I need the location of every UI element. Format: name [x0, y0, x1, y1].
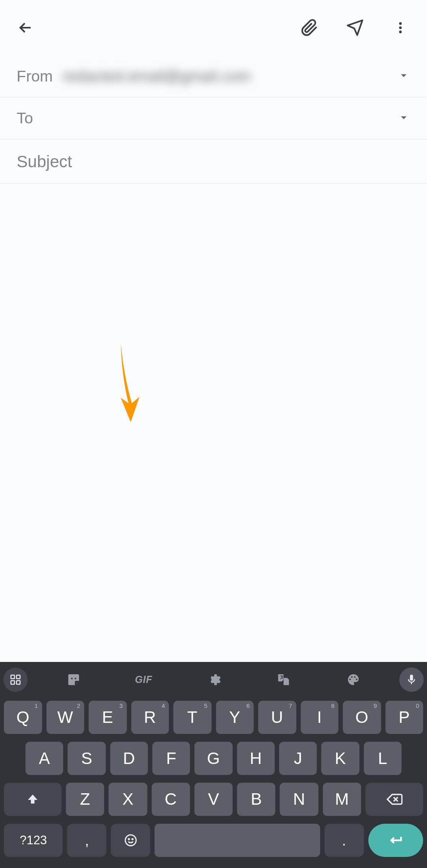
svg-text:文: 文 [280, 675, 284, 679]
key-z[interactable]: Z [66, 783, 104, 816]
chevron-down-icon [397, 110, 410, 124]
key-i[interactable]: I8 [300, 701, 338, 734]
key-t[interactable]: T5 [173, 701, 211, 734]
app-bar [0, 0, 427, 55]
key-c[interactable]: C [151, 783, 190, 816]
key-w[interactable]: W2 [46, 701, 84, 734]
attachment-icon [301, 19, 319, 37]
key-n[interactable]: N [280, 783, 318, 816]
key-o[interactable]: O9 [343, 701, 381, 734]
key-j[interactable]: J [279, 742, 317, 775]
more-options-button[interactable] [384, 11, 417, 44]
to-field: To [0, 98, 427, 140]
palette-icon [346, 673, 360, 687]
comma-key[interactable]: , [67, 824, 106, 857]
send-button[interactable] [338, 11, 372, 44]
svg-point-2 [399, 30, 402, 33]
keyboard-toolbar: GIF 文 [0, 665, 427, 694]
key-l[interactable]: L [364, 742, 402, 775]
backspace-icon [386, 791, 402, 807]
emoji-key[interactable] [111, 824, 150, 857]
period-key[interactable]: . [324, 824, 363, 857]
subject-field [0, 140, 427, 184]
key-b[interactable]: B [237, 783, 276, 816]
svg-point-8 [75, 678, 76, 679]
sticker-button[interactable] [39, 673, 109, 687]
key-f[interactable]: F [152, 742, 190, 775]
enter-icon [387, 832, 404, 849]
subject-input[interactable] [17, 152, 410, 171]
key-v[interactable]: V [194, 783, 232, 816]
settings-button[interactable] [179, 673, 249, 687]
key-r[interactable]: R4 [131, 701, 169, 734]
translate-icon: 文 [276, 673, 291, 687]
svg-point-0 [399, 22, 402, 25]
gif-button[interactable]: GIF [109, 674, 179, 685]
key-k[interactable]: K [321, 742, 359, 775]
svg-rect-4 [17, 675, 20, 679]
svg-rect-3 [11, 675, 15, 679]
emoji-icon [123, 833, 138, 847]
gear-icon [206, 673, 221, 687]
arrow-back-icon [17, 19, 34, 37]
to-input[interactable] [43, 110, 397, 127]
key-u[interactable]: U7 [258, 701, 296, 734]
to-expand-button[interactable] [397, 110, 410, 126]
key-row-2: A S D F G H J K L [2, 742, 425, 775]
shift-key[interactable] [4, 783, 62, 816]
key-y[interactable]: Y6 [216, 701, 254, 734]
from-field[interactable]: From redacted.email@gmail.com [0, 55, 427, 97]
key-h[interactable]: H [237, 742, 275, 775]
gif-label: GIF [135, 674, 152, 685]
svg-point-16 [132, 839, 133, 840]
svg-point-12 [354, 676, 355, 678]
svg-rect-6 [17, 681, 20, 684]
keyboard: GIF 文 [0, 662, 427, 868]
from-expand-button[interactable] [397, 68, 410, 84]
key-e[interactable]: E3 [89, 701, 127, 734]
space-key[interactable] [155, 824, 320, 857]
svg-point-14 [125, 835, 136, 845]
more-vert-icon [393, 21, 408, 35]
key-g[interactable]: G [195, 742, 232, 775]
attach-button[interactable] [293, 11, 326, 44]
svg-point-1 [399, 26, 402, 29]
body-input[interactable] [0, 184, 427, 414]
keyboard-menu-button[interactable] [3, 668, 28, 692]
svg-point-13 [356, 679, 357, 680]
key-x[interactable]: X [109, 783, 147, 816]
key-row-3: Z X C V B N M [2, 783, 425, 816]
annotation-arrow [113, 343, 152, 429]
key-p[interactable]: P0 [385, 701, 423, 734]
send-icon [346, 19, 364, 37]
symbols-key[interactable]: ?123 [4, 824, 63, 857]
grid-icon [9, 673, 22, 686]
key-a[interactable]: A [25, 742, 63, 775]
microphone-icon [405, 673, 418, 686]
key-q[interactable]: Q1 [4, 701, 42, 734]
from-value: redacted.email@gmail.com [63, 67, 251, 85]
shift-icon [25, 792, 40, 806]
svg-rect-5 [11, 681, 15, 684]
sticker-icon [66, 673, 81, 687]
translate-button[interactable]: 文 [248, 673, 318, 687]
svg-point-11 [351, 676, 353, 678]
key-m[interactable]: M [323, 783, 361, 816]
backspace-key[interactable] [366, 783, 423, 816]
enter-key[interactable] [368, 824, 423, 857]
chevron-down-icon [397, 68, 410, 82]
back-button[interactable] [10, 12, 41, 43]
key-d[interactable]: D [110, 742, 148, 775]
svg-point-15 [128, 839, 129, 840]
svg-point-10 [349, 679, 351, 680]
to-label: To [17, 110, 33, 127]
from-label: From [17, 67, 53, 85]
key-row-bottom: ?123 , . [2, 824, 425, 857]
voice-input-button[interactable] [399, 668, 424, 692]
svg-point-7 [71, 678, 73, 679]
key-s[interactable]: S [68, 742, 106, 775]
theme-button[interactable] [318, 673, 388, 687]
key-row-1: Q1 W2 E3 R4 T5 Y6 U7 I8 O9 P0 [2, 701, 425, 734]
